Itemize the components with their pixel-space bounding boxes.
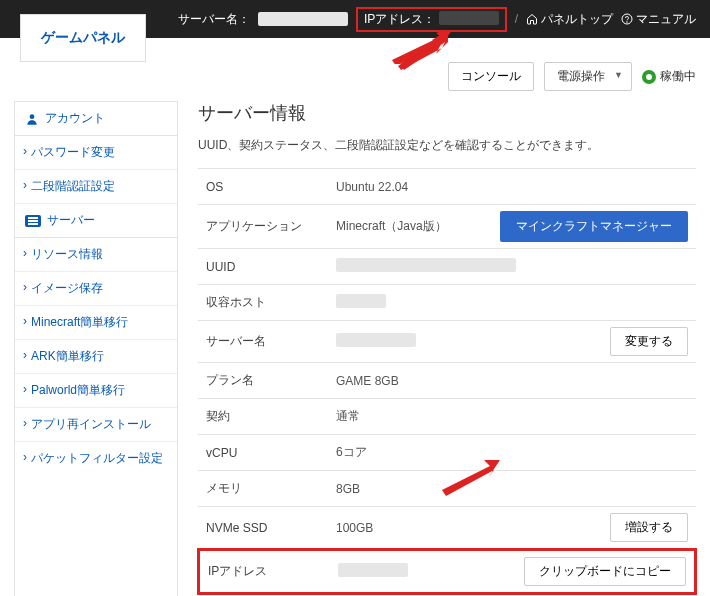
row-name: サーバー名変更する (198, 321, 696, 363)
svg-point-4 (30, 114, 35, 119)
sidebar-item-ark[interactable]: ARK簡単移行 (15, 340, 177, 374)
mem-value: 8GB (336, 482, 688, 496)
add-storage-button[interactable]: 増設する (610, 513, 688, 542)
row-host: 収容ホスト (198, 285, 696, 321)
sidebar-server-label: サーバー (47, 212, 95, 229)
ssd-value: 100GB (336, 521, 610, 535)
page-description: UUID、契約ステータス、二段階認証設定などを確認することができます。 (198, 137, 696, 154)
ip-value (439, 11, 499, 25)
row-plan: プラン名GAME 8GB (198, 363, 696, 399)
uuid-value (336, 258, 516, 272)
svg-point-1 (627, 22, 628, 23)
page-title: サーバー情報 (198, 101, 696, 125)
sidebar-item-palworld[interactable]: Palworld簡単移行 (15, 374, 177, 408)
host-label: 収容ホスト (206, 294, 336, 311)
os-value: Ubuntu 22.04 (336, 180, 688, 194)
info-table: OSUbuntu 22.04 アプリケーションMinecraft（Java版）マ… (198, 168, 696, 596)
os-label: OS (206, 180, 336, 194)
copy-ip-button[interactable]: クリップボードにコピー (524, 557, 686, 586)
logo[interactable]: ゲームパネル (20, 14, 146, 62)
status-label: 稼働中 (660, 68, 696, 85)
sidebar-item-password[interactable]: パスワード変更 (15, 136, 177, 170)
sidebar-item-reinstall[interactable]: アプリ再インストール (15, 408, 177, 442)
minecraft-manager-button[interactable]: マインクラフトマネージャー (500, 211, 688, 242)
sidebar-item-image[interactable]: イメージ保存 (15, 272, 177, 306)
sidebar-item-packet[interactable]: パケットフィルター設定 (15, 442, 177, 475)
panel-top-link[interactable]: パネルトップ (526, 11, 613, 28)
sidebar-item-resource[interactable]: リソース情報 (15, 238, 177, 272)
plan-value: GAME 8GB (336, 374, 688, 388)
sidebar-head-account: アカウント (15, 102, 177, 136)
name-label: サーバー名 (206, 333, 336, 350)
panel-top-label: パネルトップ (541, 11, 613, 28)
app-label: アプリケーション (206, 218, 336, 235)
sidebar-head-server: サーバー (15, 204, 177, 238)
user-icon (25, 112, 39, 126)
server-icon (25, 215, 41, 227)
help-icon (621, 13, 633, 25)
power-select[interactable]: 電源操作 (544, 62, 632, 91)
row-app: アプリケーションMinecraft（Java版）マインクラフトマネージャー (198, 205, 696, 249)
name-value (336, 333, 416, 347)
status-indicator: 稼働中 (642, 68, 696, 85)
sidebar: アカウント パスワード変更 二段階認証設定 サーバー リソース情報 イメージ保存… (14, 101, 178, 596)
ssd-label: NVMe SSD (206, 521, 336, 535)
plan-label: プラン名 (206, 372, 336, 389)
row-ip: IPアドレスクリップボードにコピー (197, 548, 697, 595)
manual-label: マニュアル (636, 11, 696, 28)
mem-label: メモリ (206, 480, 336, 497)
row-mem: メモリ8GB (198, 471, 696, 507)
row-contract: 契約通常 (198, 399, 696, 435)
app-value: Minecraft（Java版） (336, 218, 500, 235)
sidebar-item-mfa[interactable]: 二段階認証設定 (15, 170, 177, 204)
row-os: OSUbuntu 22.04 (198, 169, 696, 205)
row-uuid: UUID (198, 249, 696, 285)
host-value (336, 294, 386, 308)
row-ssd: NVMe SSD100GB増設する (198, 507, 696, 549)
home-icon (526, 13, 538, 25)
row-vcpu: vCPU6コア (198, 435, 696, 471)
manual-link[interactable]: マニュアル (621, 11, 696, 28)
separator: / (515, 12, 518, 26)
uuid-label: UUID (206, 260, 336, 274)
ip-row-label: IPアドレス (208, 563, 338, 580)
server-name-value (258, 12, 348, 26)
ip-row-value (338, 563, 408, 577)
sidebar-item-minecraft[interactable]: Minecraft簡単移行 (15, 306, 177, 340)
main-content: サーバー情報 UUID、契約ステータス、二段階認証設定などを確認することができま… (198, 101, 696, 596)
change-name-button[interactable]: 変更する (610, 327, 688, 356)
server-name-label: サーバー名： (178, 11, 250, 28)
sidebar-account-label: アカウント (45, 110, 105, 127)
console-button[interactable]: コンソール (448, 62, 534, 91)
ip-label: IPアドレス： (364, 12, 435, 26)
power-icon (642, 70, 656, 84)
header-ip-highlight: IPアドレス： (356, 7, 507, 32)
contract-value: 通常 (336, 408, 688, 425)
contract-label: 契約 (206, 408, 336, 425)
vcpu-label: vCPU (206, 446, 336, 460)
vcpu-value: 6コア (336, 444, 688, 461)
